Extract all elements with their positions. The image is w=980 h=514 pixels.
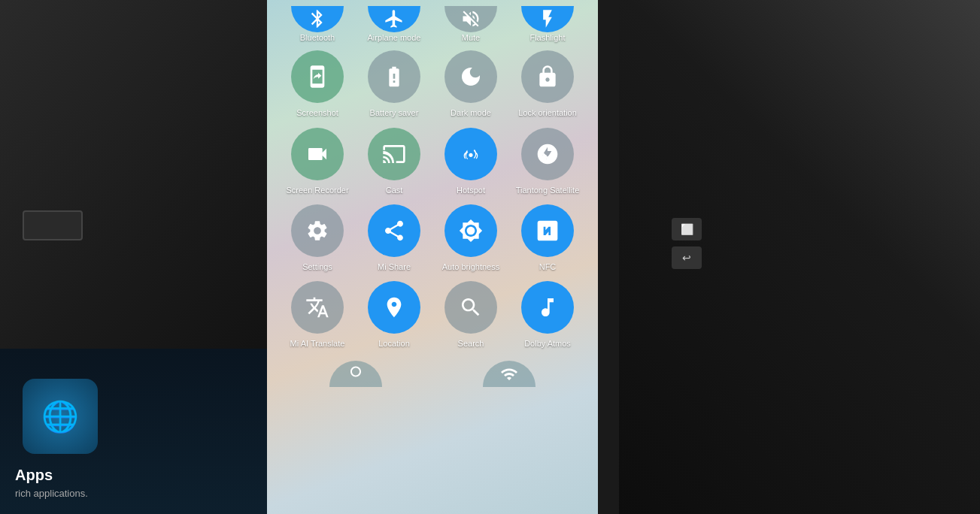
car-apps-section: 🌐 Apps rich applications. [0, 349, 271, 514]
qs-item-mute[interactable]: Mute [435, 6, 507, 43]
dolby-atmos-label: Dolby Atmos [524, 338, 571, 349]
qs-item-mi-ai-translate[interactable]: Mi AI Translate [282, 281, 353, 349]
hotspot-icon [444, 128, 497, 180]
qs-item-hotspot[interactable]: Hotspot [435, 128, 507, 195]
settings-icon [291, 204, 344, 257]
qs-item-flashlight[interactable]: Flashlight [512, 6, 584, 43]
quick-settings-grid: Bluetooth Airplane mode Mute Flashlight [267, 0, 598, 387]
qs-item-settings[interactable]: Settings [282, 204, 353, 272]
qs-row-4: Settings Mi Share Auto brightness NFC [279, 204, 586, 278]
lock-orientation-label: Lock orientation [518, 107, 577, 118]
background-left: 🌐 Apps rich applications. [0, 0, 271, 514]
qs-item-cast[interactable]: Cast [359, 128, 430, 195]
cast-icon [368, 128, 420, 180]
mute-partial-icon [444, 6, 497, 32]
auto-brightness-icon [444, 204, 497, 257]
screenshot-icon [291, 50, 344, 103]
qs-item-screenshot[interactable]: Screenshot [282, 50, 353, 118]
airplane-label: Airplane mode [368, 32, 421, 43]
mute-label: Mute [462, 32, 480, 43]
qs-item-screen-recorder[interactable]: Screen Recorder [282, 128, 353, 195]
qs-item-lock-orientation[interactable]: Lock orientation [512, 50, 584, 118]
bluetooth-partial-icon [291, 6, 344, 32]
top-partial-row: Bluetooth Airplane mode Mute Flashlight [279, 6, 586, 49]
qs-item-airplane[interactable]: Airplane mode [359, 6, 430, 43]
qs-row-5: Mi AI Translate Location Search Dolby At… [279, 281, 586, 355]
dolby-atmos-icon [521, 281, 574, 334]
battery-saver-icon [368, 50, 420, 103]
car-detail [23, 210, 83, 240]
car-apps-sublabel: rich applications. [15, 488, 88, 499]
qs-item-tiantong[interactable]: Tiantong Satellite [512, 128, 584, 195]
qs-item-battery-saver[interactable]: Battery saver [359, 50, 430, 118]
battery-saver-label: Battery saver [370, 107, 419, 118]
qs-item-search[interactable]: Search [435, 281, 507, 349]
hotspot-label: Hotspot [457, 185, 485, 195]
mi-share-icon [368, 204, 420, 257]
qs-row-3: Screen Recorder Cast Hotspot Tiantong Sa… [279, 128, 586, 201]
car-apps-label: Apps [15, 467, 53, 484]
background-right: ⬜ ↩ [619, 0, 980, 514]
location-label: Location [378, 338, 410, 349]
flashlight-label: Flashlight [529, 32, 565, 43]
location-icon [368, 281, 420, 334]
phone-screen: Bluetooth Airplane mode Mute Flashlight [267, 0, 598, 514]
qs-item-location[interactable]: Location [359, 281, 430, 349]
screen-recorder-label: Screen Recorder [286, 185, 348, 195]
airplane-partial-icon [368, 6, 420, 32]
screen-recorder-icon [291, 128, 344, 180]
auto-brightness-label: Auto brightness [442, 262, 499, 272]
mi-ai-translate-icon [291, 281, 344, 334]
nfc-label: NFC [539, 262, 557, 272]
tiantong-label: Tiantong Satellite [516, 185, 580, 195]
qs-item-dolby-atmos[interactable]: Dolby Atmos [512, 281, 584, 349]
qs-item-bluetooth[interactable]: Bluetooth [282, 6, 353, 43]
search-label: Search [458, 338, 484, 349]
qs-item-mi-share[interactable]: Mi Share [359, 204, 430, 272]
flashlight-partial-icon [521, 6, 574, 32]
qs-item-auto-brightness[interactable]: Auto brightness [435, 204, 507, 272]
cast-label: Cast [386, 185, 403, 195]
qs-item-dark-mode[interactable]: Dark mode [435, 50, 507, 118]
screenshot-label: Screenshot [296, 107, 338, 118]
search-icon [444, 281, 497, 334]
qs-item-nfc[interactable]: NFC [512, 204, 584, 272]
lock-orientation-icon [521, 50, 574, 103]
dark-mode-icon [444, 50, 497, 103]
mi-share-label: Mi Share [378, 262, 411, 272]
tiantong-icon [521, 128, 574, 180]
qs-row-2: Screenshot Battery saver Dark mode Lock … [279, 50, 586, 124]
settings-label: Settings [302, 262, 332, 272]
nfc-icon [521, 204, 574, 257]
nav-square-button[interactable]: ⬜ [672, 218, 702, 240]
nav-buttons-container: ⬜ ↩ [672, 218, 702, 269]
car-apps-icon: 🌐 [23, 379, 98, 454]
mi-ai-translate-label: Mi AI Translate [290, 338, 345, 349]
nav-back-button[interactable]: ↩ [672, 246, 702, 269]
bluetooth-label: Bluetooth [300, 32, 335, 43]
dark-mode-label: Dark mode [451, 107, 491, 118]
